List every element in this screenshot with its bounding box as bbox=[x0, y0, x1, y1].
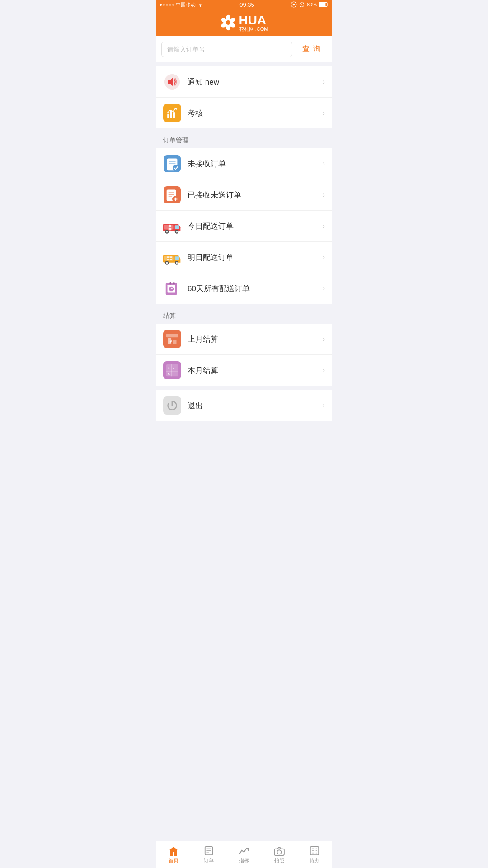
order-section-header: 订单管理 bbox=[156, 133, 332, 148]
last-month-icon-wrap: ¥ bbox=[163, 330, 181, 348]
unrecv-orders-item[interactable]: 未接收订单 › bbox=[156, 148, 332, 179]
svg-rect-83 bbox=[205, 847, 213, 855]
recvd-icon-wrap bbox=[163, 186, 181, 204]
metrics-tab-icon bbox=[239, 845, 249, 856]
home-tab-label: 首页 bbox=[169, 857, 178, 864]
metrics-icon bbox=[239, 846, 249, 856]
notification-icon bbox=[164, 74, 180, 90]
status-left: 中国移动 bbox=[160, 1, 203, 8]
lock-icon bbox=[291, 1, 297, 8]
tab-home[interactable]: 首页 bbox=[156, 841, 191, 868]
settlement-section-header: 结算 bbox=[156, 308, 332, 324]
logout-item[interactable]: 退出 › bbox=[156, 390, 332, 421]
metrics-tab-label: 指标 bbox=[239, 857, 249, 864]
svg-rect-51 bbox=[175, 256, 179, 260]
assessment-chevron: › bbox=[323, 109, 325, 117]
tab-metrics[interactable]: 指标 bbox=[226, 841, 262, 868]
svg-text:=: = bbox=[173, 371, 176, 376]
logout-label: 退出 bbox=[188, 401, 323, 411]
top-menu-section: 通知 new › 考核 › bbox=[156, 66, 332, 128]
today-delivery-label: 今日配送订单 bbox=[188, 221, 323, 231]
unrecv-label: 未接收订单 bbox=[188, 159, 323, 169]
home-icon bbox=[168, 846, 179, 856]
svg-point-88 bbox=[277, 850, 281, 854]
tomorrow-icon-wrap bbox=[163, 248, 181, 266]
assessment-item[interactable]: 考核 › bbox=[156, 98, 332, 128]
svg-rect-28 bbox=[169, 165, 173, 165]
svg-point-55 bbox=[176, 262, 178, 264]
recvd-unsent-item[interactable]: 已接收未送订单 › bbox=[156, 179, 332, 211]
svg-text:-: - bbox=[173, 366, 174, 371]
camera-tab-icon bbox=[274, 845, 285, 855]
logout-section: 退出 › bbox=[156, 390, 332, 421]
tomorrow-delivery-label: 明日配送订单 bbox=[188, 252, 323, 263]
today-delivery-icon bbox=[163, 217, 181, 235]
today-delivery-chevron: › bbox=[323, 222, 325, 230]
logout-icon-wrap bbox=[163, 396, 181, 415]
signal-dot-4 bbox=[169, 4, 171, 6]
svg-rect-23 bbox=[173, 112, 175, 118]
todo-tab-label: 待办 bbox=[310, 857, 319, 864]
settlement-section: 结算 ¥ 上月结算 › bbox=[156, 308, 332, 386]
home-tab-icon bbox=[168, 845, 179, 856]
divider-4 bbox=[156, 386, 332, 390]
logo-sub-text: 花礼网 .COM bbox=[239, 27, 268, 32]
svg-marker-82 bbox=[169, 847, 178, 856]
todo-icon bbox=[310, 846, 319, 856]
this-month-item[interactable]: + - × = 本月结算 › bbox=[156, 355, 332, 386]
svg-point-53 bbox=[166, 262, 168, 264]
divider-3 bbox=[156, 304, 332, 308]
60days-chevron: › bbox=[323, 284, 325, 292]
svg-point-0 bbox=[200, 6, 201, 7]
60days-item[interactable]: 60天所有配送订单 › bbox=[156, 273, 332, 304]
svg-point-17 bbox=[226, 20, 230, 25]
svg-rect-61 bbox=[169, 282, 171, 285]
tab-camera[interactable]: 拍照 bbox=[262, 841, 297, 868]
status-right: 80% bbox=[291, 1, 328, 8]
svg-rect-22 bbox=[170, 111, 173, 118]
svg-point-63 bbox=[169, 286, 174, 291]
alarm-icon bbox=[299, 1, 305, 8]
tomorrow-delivery-chevron: › bbox=[323, 253, 325, 261]
orders-tab-label: 订单 bbox=[204, 857, 214, 864]
assessment-icon bbox=[164, 105, 180, 121]
wifi-icon bbox=[197, 2, 203, 7]
orders-icon bbox=[204, 846, 214, 856]
this-month-chevron: › bbox=[323, 366, 325, 374]
unrecv-chevron: › bbox=[323, 160, 325, 168]
logout-chevron: › bbox=[323, 401, 325, 410]
svg-rect-41 bbox=[175, 225, 179, 229]
recvd-label: 已接收未送订单 bbox=[188, 190, 323, 200]
svg-rect-69 bbox=[173, 340, 177, 344]
notification-item[interactable]: 通知 new › bbox=[156, 66, 332, 98]
status-time: 09:35 bbox=[239, 1, 254, 8]
battery-icon bbox=[319, 2, 328, 7]
status-bar: 中国移动 09:35 80% bbox=[156, 0, 332, 9]
tab-bar: 首页 订单 指标 拍照 bbox=[156, 841, 332, 868]
signal-dot-1 bbox=[160, 4, 162, 6]
search-input[interactable] bbox=[161, 42, 292, 57]
camera-icon bbox=[274, 847, 285, 856]
today-delivery-item[interactable]: 今日配送订单 › bbox=[156, 211, 332, 242]
recvd-chevron: › bbox=[323, 191, 325, 199]
assessment-icon-wrap bbox=[163, 104, 181, 122]
svg-rect-47 bbox=[169, 228, 172, 230]
tomorrow-delivery-item[interactable]: 明日配送订单 › bbox=[156, 242, 332, 273]
svg-point-2 bbox=[293, 4, 295, 6]
tab-orders[interactable]: 订单 bbox=[191, 841, 226, 868]
recvd-icon bbox=[164, 186, 181, 203]
logo-flower-icon bbox=[220, 14, 236, 31]
60days-delivery-icon bbox=[164, 280, 181, 297]
svg-rect-10 bbox=[328, 4, 328, 5]
last-month-item[interactable]: ¥ 上月结算 › bbox=[156, 324, 332, 355]
svg-point-43 bbox=[166, 231, 168, 232]
svg-rect-34 bbox=[168, 196, 172, 197]
battery-label: 80% bbox=[307, 2, 317, 7]
search-button[interactable]: 查 询 bbox=[297, 41, 327, 57]
svg-rect-67 bbox=[166, 334, 178, 338]
tab-todo[interactable]: 待办 bbox=[297, 841, 332, 868]
svg-rect-32 bbox=[168, 192, 174, 193]
svg-point-45 bbox=[176, 231, 178, 232]
divider-2 bbox=[156, 128, 332, 133]
app-header: HUA 花礼网 .COM bbox=[156, 9, 332, 36]
